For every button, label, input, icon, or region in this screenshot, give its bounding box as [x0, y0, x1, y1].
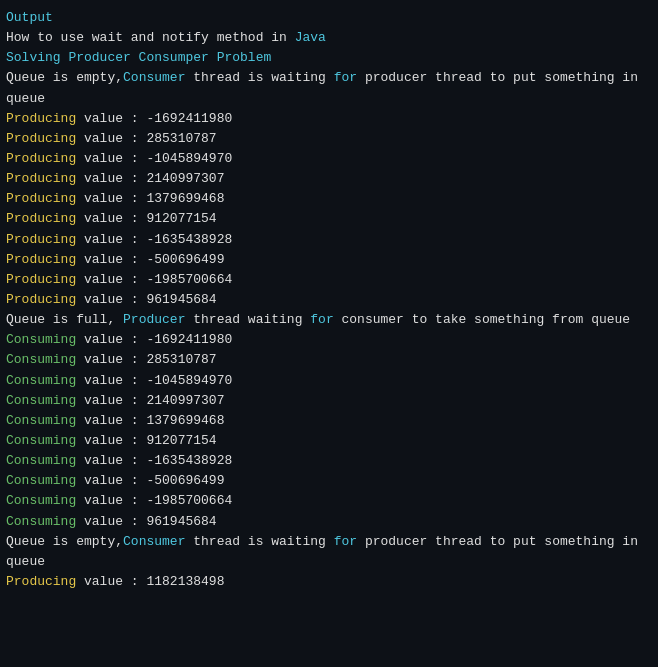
line-part: Consuming: [6, 493, 76, 508]
line-part: Solving Producer Consumper Problem: [6, 50, 271, 65]
line-part: value : 1379699468: [76, 191, 224, 206]
line-part: Producing: [6, 292, 76, 307]
line-part: value : -1045894970: [76, 373, 232, 388]
line-part: Consumer: [123, 534, 185, 549]
line-part: Producing: [6, 232, 76, 247]
terminal-line: Consuming value : -1635438928: [6, 451, 652, 471]
line-part: value : 2140997307: [76, 393, 224, 408]
terminal-line: Consuming value : -1692411980: [6, 330, 652, 350]
line-part: thread waiting: [185, 312, 310, 327]
line-part: Output: [6, 10, 53, 25]
terminal-line: Producing value : 285310787: [6, 129, 652, 149]
terminal-line: Producing value : -500696499: [6, 250, 652, 270]
line-part: Consuming: [6, 514, 76, 529]
line-part: for: [334, 70, 357, 85]
line-part: for: [334, 534, 357, 549]
line-part: Consuming: [6, 393, 76, 408]
line-part: Consuming: [6, 413, 76, 428]
terminal-line: Producing value : 912077154: [6, 209, 652, 229]
line-part: value : -1045894970: [76, 151, 232, 166]
line-part: value : 912077154: [76, 433, 216, 448]
line-part: value : -1692411980: [76, 332, 232, 347]
line-part: Producer: [123, 312, 185, 327]
terminal-line: Producing value : -1045894970: [6, 149, 652, 169]
line-part: value : 285310787: [76, 352, 216, 367]
line-part: Producing: [6, 191, 76, 206]
line-part: thread is waiting: [185, 70, 333, 85]
line-part: Producing: [6, 131, 76, 146]
terminal-line: Output: [6, 8, 652, 28]
line-part: value : 285310787: [76, 131, 216, 146]
terminal-line: Consuming value : -1045894970: [6, 371, 652, 391]
line-part: Consuming: [6, 373, 76, 388]
line-part: Producing: [6, 111, 76, 126]
line-part: value : 961945684: [76, 514, 216, 529]
terminal-line: Consuming value : 912077154: [6, 431, 652, 451]
terminal-line: Consuming value : 1379699468: [6, 411, 652, 431]
line-part: Producing: [6, 211, 76, 226]
line-part: value : 1182138498: [76, 574, 224, 589]
line-part: Queue is empty,: [6, 70, 123, 85]
terminal-line: Queue is empty,Consumer thread is waitin…: [6, 532, 652, 572]
terminal-line: Consuming value : -500696499: [6, 471, 652, 491]
line-part: Producing: [6, 574, 76, 589]
terminal-line: Producing value : 1379699468: [6, 189, 652, 209]
terminal-line: Consuming value : 285310787: [6, 350, 652, 370]
line-part: Consuming: [6, 352, 76, 367]
line-part: Java: [295, 30, 326, 45]
line-part: for: [310, 312, 333, 327]
terminal-line: How to use wait and notify method in Jav…: [6, 28, 652, 48]
terminal-line: Producing value : 961945684: [6, 290, 652, 310]
line-part: Consuming: [6, 332, 76, 347]
terminal-line: Consuming value : -1985700664: [6, 491, 652, 511]
line-part: How to use wait and notify method in: [6, 30, 295, 45]
line-part: value : 961945684: [76, 292, 216, 307]
line-part: Consuming: [6, 433, 76, 448]
terminal-line: Producing value : 1182138498: [6, 572, 652, 592]
line-part: value : 1379699468: [76, 413, 224, 428]
line-part: Producing: [6, 272, 76, 287]
line-part: value : -500696499: [76, 473, 224, 488]
terminal-line: Solving Producer Consumper Problem: [6, 48, 652, 68]
terminal-line: Consuming value : 2140997307: [6, 391, 652, 411]
line-part: Producing: [6, 151, 76, 166]
line-part: Consuming: [6, 473, 76, 488]
terminal-line: Producing value : -1985700664: [6, 270, 652, 290]
line-part: value : -1985700664: [76, 272, 232, 287]
terminal-output: OutputHow to use wait and notify method …: [0, 0, 658, 667]
terminal-line: Consuming value : 961945684: [6, 512, 652, 532]
terminal-line: Producing value : 2140997307: [6, 169, 652, 189]
line-part: Queue is full,: [6, 312, 123, 327]
line-part: Producing: [6, 252, 76, 267]
terminal-line: Queue is full, Producer thread waiting f…: [6, 310, 652, 330]
line-part: thread is waiting: [185, 534, 333, 549]
line-part: Consuming: [6, 453, 76, 468]
line-part: value : 2140997307: [76, 171, 224, 186]
terminal-line: Queue is empty,Consumer thread is waitin…: [6, 68, 652, 108]
terminal-line: Producing value : -1692411980: [6, 109, 652, 129]
line-part: value : -1635438928: [76, 453, 232, 468]
terminal-line: Producing value : -1635438928: [6, 230, 652, 250]
line-part: value : -500696499: [76, 252, 224, 267]
line-part: value : -1692411980: [76, 111, 232, 126]
line-part: Queue is empty,: [6, 534, 123, 549]
line-part: consumer to take something from queue: [334, 312, 630, 327]
line-part: Consumer: [123, 70, 185, 85]
line-part: value : -1635438928: [76, 232, 232, 247]
line-part: Producing: [6, 171, 76, 186]
line-part: value : -1985700664: [76, 493, 232, 508]
line-part: value : 912077154: [76, 211, 216, 226]
